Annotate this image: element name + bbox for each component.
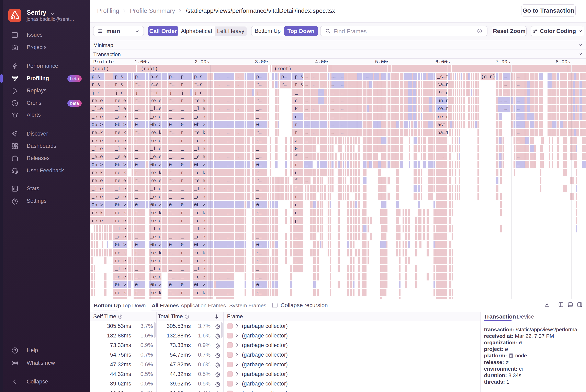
svg-text:re…k: re…k [194, 290, 205, 296]
svg-text:…: … [350, 122, 352, 128]
svg-text:…: … [227, 178, 230, 184]
svg-text:…: … [227, 162, 230, 168]
svg-text:_e…e: _e…e [194, 194, 205, 200]
svg-text:re…e: re…e [194, 178, 205, 184]
svg-text:…: … [313, 82, 316, 88]
svg-text:…: … [227, 98, 230, 104]
svg-text:f…: f… [295, 186, 301, 192]
svg-text:…: … [236, 178, 239, 184]
svg-text:r…: r… [135, 250, 141, 256]
svg-text:re…k: re…k [115, 170, 126, 176]
svg-text:…: … [321, 106, 324, 112]
svg-text:…: … [321, 146, 324, 152]
svg-text:…: … [517, 146, 520, 152]
svg-text:…: … [517, 98, 520, 104]
svg-text:(root): (root) [92, 66, 109, 72]
svg-text:_l…e: _l…e [150, 226, 162, 232]
svg-text:…: … [217, 178, 220, 184]
svg-text:…: … [441, 146, 444, 152]
svg-text:_…: _… [135, 146, 141, 152]
svg-text:…: … [236, 210, 239, 216]
svg-text:_…: _… [169, 234, 175, 240]
svg-text:…: … [217, 130, 220, 136]
svg-text:0b…>: 0b…> [194, 242, 205, 248]
svg-text:…: … [295, 258, 298, 264]
svg-text:…: … [321, 82, 324, 88]
svg-text:p…: p… [181, 74, 187, 80]
svg-text:r…: r… [181, 250, 187, 256]
svg-text:0…: 0… [135, 242, 141, 248]
svg-text:0b…>: 0b…> [150, 242, 162, 248]
svg-text:_…: _… [256, 274, 262, 280]
svg-text:…: … [217, 274, 220, 280]
svg-text:_l…e: _l…e [115, 146, 126, 152]
svg-text:re…e: re…e [92, 218, 103, 224]
svg-text:_…: _… [256, 154, 262, 160]
svg-text:…: … [504, 98, 507, 104]
svg-text:…: … [236, 242, 239, 248]
svg-text:0b…>: 0b…> [115, 282, 126, 288]
svg-text:_…: _… [169, 154, 175, 160]
svg-text:_l…e: _l…e [115, 226, 126, 232]
svg-text:re…e: re…e [150, 178, 162, 184]
svg-text:0b…>: 0b…> [115, 202, 126, 208]
svg-text:re…k: re…k [150, 130, 162, 136]
svg-text:_…: _… [295, 90, 301, 96]
svg-text:…: … [517, 90, 520, 96]
svg-text:r…s: r…s [115, 82, 123, 88]
svg-text:re…e: re…e [194, 218, 205, 224]
svg-text:_l…e: _l…e [150, 266, 162, 272]
svg-text:_e…e: _e…e [150, 194, 162, 200]
svg-text:p…s: p…s [92, 74, 100, 80]
svg-text:_…: _… [181, 274, 187, 280]
svg-text:_l…e: _l…e [194, 146, 205, 152]
svg-text:r…: r… [181, 218, 187, 224]
svg-text:…: … [236, 218, 239, 224]
svg-text:_…: _… [169, 114, 175, 120]
svg-text:r…: r… [295, 122, 301, 128]
svg-text:…: … [305, 178, 308, 184]
svg-text:0b…>: 0b…> [150, 202, 162, 208]
svg-text:0b…>: 0b…> [92, 202, 103, 208]
svg-text:u…: u… [295, 202, 301, 208]
svg-text:re…k: re…k [92, 170, 103, 176]
svg-text:0b…>: 0b…> [150, 162, 162, 168]
svg-text:ca…n: ca…n [437, 82, 448, 88]
svg-text:…: … [313, 74, 316, 80]
svg-text:_…: _… [135, 234, 141, 240]
svg-text:_l…e: _l…e [92, 146, 103, 152]
svg-text:0b…>: 0b…> [194, 202, 205, 208]
svg-text:p…: p… [281, 74, 287, 80]
svg-text:…: … [217, 98, 220, 104]
svg-text:…: … [305, 114, 308, 120]
svg-text:_e…e: _e…e [92, 114, 103, 120]
svg-text:re…r: re…r [437, 114, 448, 120]
svg-text:…: … [517, 74, 520, 80]
svg-text:0…: 0… [256, 202, 262, 208]
svg-text:…: … [227, 202, 230, 208]
svg-text:re…k: re…k [150, 170, 162, 176]
svg-text:…: … [295, 242, 298, 248]
svg-text:…: … [227, 234, 230, 240]
svg-text:…: … [236, 130, 239, 136]
svg-text:_l…e: _l…e [150, 146, 162, 152]
svg-text:r…: r… [169, 290, 175, 296]
svg-text:…: … [331, 90, 334, 96]
svg-text:_…: _… [169, 186, 175, 192]
svg-text:0…: 0… [135, 282, 141, 288]
svg-text:…: … [236, 114, 239, 120]
svg-text:…: … [107, 90, 109, 96]
svg-text:_…: _… [135, 154, 141, 160]
svg-text:(root): (root) [141, 66, 158, 72]
svg-text:_…: _… [181, 186, 187, 192]
svg-text:act: act [437, 122, 446, 128]
svg-text:…: … [236, 234, 239, 240]
svg-text:…: … [107, 146, 109, 152]
svg-text:r…: r… [169, 178, 175, 184]
svg-text:…: … [227, 226, 230, 232]
svg-text:j…: j… [169, 90, 175, 96]
svg-text:…: … [333, 74, 336, 80]
svg-text:_l…e: _l…e [150, 106, 162, 112]
svg-text:r…s: r…s [295, 82, 303, 88]
svg-text:u…: u… [295, 114, 301, 120]
